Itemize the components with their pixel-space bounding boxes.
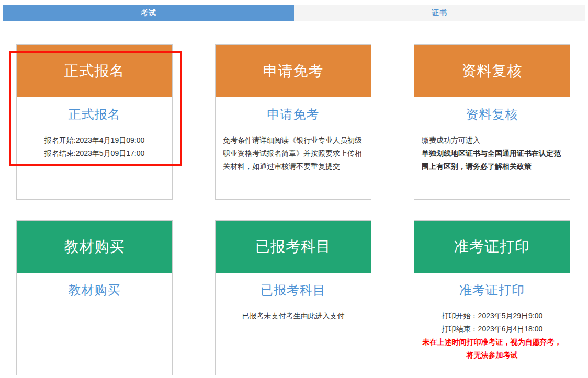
- print-warning-line-1: 未在上述时间打印准考证，视为自愿弃考，: [414, 336, 570, 349]
- exemption-instructions: 免考条件请详细阅读《银行业专业人员初级职业资格考试报名简章》并按照要求上传相关材…: [216, 134, 371, 173]
- material-review-header: 资料复核: [414, 45, 570, 97]
- print-end-date: 打印结束：2023年6月4日18:00: [414, 323, 570, 336]
- print-start-date: 打印开始：2023年5月29日9:00: [414, 310, 570, 323]
- formal-registration-link[interactable]: 正式报名: [17, 106, 172, 123]
- formal-registration-header: 正式报名: [17, 45, 172, 97]
- certificate-policy-note: 单独划线地区证书与全国通用证书在认定范围上有区别，请务必了解相关政策: [422, 147, 562, 173]
- card-grid: 正式报名 正式报名 报名开始:2023年4月19日09:00 报名结束:2023…: [16, 44, 570, 375]
- textbook-purchase-header: 教材购买: [17, 221, 172, 273]
- exemption-header: 申请免考: [216, 45, 371, 97]
- unpaid-payment-note: 已报考未支付考生由此进入支付: [216, 310, 371, 323]
- exemption-link[interactable]: 申请免考: [216, 106, 371, 123]
- registered-subjects-header: 已报考科目: [216, 221, 371, 273]
- print-warning: 未在上述时间打印准考证，视为自愿弃考， 将无法参加考试: [414, 336, 570, 362]
- registered-subjects-link[interactable]: 已报考科目: [216, 282, 371, 299]
- tab-bar: 考试 证书: [3, 5, 585, 21]
- registration-start-date: 报名开始:2023年4月19日09:00: [17, 134, 172, 147]
- card-material-review: 资料复核 资料复核 缴费成功方可进入 单独划线地区证书与全国通用证书在认定范围上…: [414, 44, 570, 200]
- material-review-link[interactable]: 资料复核: [414, 106, 570, 123]
- tab-certificate[interactable]: 证书: [294, 5, 585, 21]
- print-dates: 打印开始：2023年5月29日9:00 打印结束：2023年6月4日18:00 …: [414, 310, 570, 362]
- print-warning-line-2: 将无法参加考试: [414, 349, 570, 362]
- textbook-purchase-link[interactable]: 教材购买: [17, 282, 172, 299]
- material-review-notes: 缴费成功方可进入 单独划线地区证书与全国通用证书在认定范围上有区别，请务必了解相…: [414, 134, 570, 173]
- admission-ticket-link[interactable]: 准考证打印: [414, 282, 570, 299]
- card-formal-registration: 正式报名 正式报名 报名开始:2023年4月19日09:00 报名结束:2023…: [16, 44, 173, 200]
- card-textbook-purchase: 教材购买 教材购买: [16, 220, 173, 375]
- card-admission-ticket-print: 准考证打印 准考证打印 打印开始：2023年5月29日9:00 打印结束：202…: [414, 220, 570, 375]
- card-exemption-application: 申请免考 申请免考 免考条件请详细阅读《银行业专业人员初级职业资格考试报名简章》…: [215, 44, 371, 200]
- card-registered-subjects: 已报考科目 已报考科目 已报考未支付考生由此进入支付: [215, 220, 371, 375]
- payment-required-note: 缴费成功方可进入: [422, 134, 562, 147]
- registration-end-date: 报名结束:2023年5月09日17:00: [17, 147, 172, 160]
- tab-exam[interactable]: 考试: [3, 5, 294, 21]
- admission-ticket-header: 准考证打印: [414, 221, 570, 273]
- registration-dates: 报名开始:2023年4月19日09:00 报名结束:2023年5月09日17:0…: [17, 134, 172, 160]
